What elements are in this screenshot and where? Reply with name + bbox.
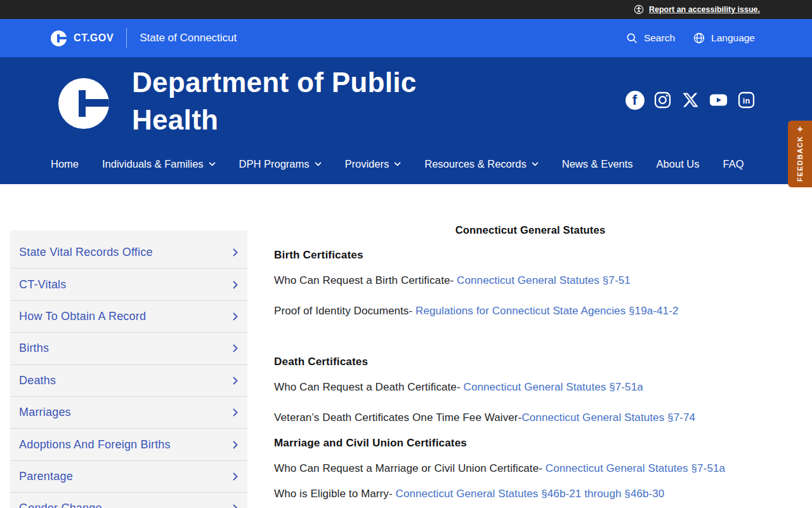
chevron-right-icon [233, 504, 238, 508]
row-text: Proof of Identity Documents- [274, 305, 416, 317]
chevron-right-icon [233, 248, 238, 257]
ct-logo-icon [51, 30, 67, 46]
feedback-label: FEEDBACK [796, 136, 804, 182]
facebook-icon[interactable]: f [625, 90, 645, 110]
globe-icon [693, 32, 705, 44]
site-name: State of Connecticut [140, 32, 237, 44]
nav-item-individuals-families[interactable]: Individuals & Families [102, 158, 216, 170]
social-icons: f in [625, 90, 756, 110]
section-heading-death-certificates: Death Certificates [274, 354, 787, 370]
sidebar-item-state-vital-records-office[interactable]: State Vital Records Office [10, 237, 247, 269]
statute-link[interactable]: Regulations for Connecticut State Agenci… [416, 305, 678, 317]
linkedin-icon[interactable]: in [737, 90, 756, 110]
dph-logo-icon [58, 78, 109, 129]
statute-row: Who is Eligible to Marry- Connecticut Ge… [274, 486, 787, 502]
statute-link[interactable]: Connecticut General Statutes §7-74 [521, 411, 695, 424]
nav-item-news-events[interactable]: News & Events [562, 158, 633, 170]
sidebar-item-births[interactable]: Births [10, 333, 247, 364]
accessibility-icon [634, 4, 644, 15]
row-text: Who is Eligible to Marry- [274, 488, 396, 500]
ctgov-logo[interactable]: CT.GOV [51, 30, 114, 46]
row-text: Who Can Request a Birth Certificate- [274, 274, 457, 286]
agency-hero: Department of Public Health f [0, 57, 812, 184]
sidebar-menu: State Vital Records Office CT-Vitals How… [10, 231, 247, 508]
x-twitter-icon[interactable] [681, 90, 700, 110]
nav-item-resources-records[interactable]: Resources & Records [424, 158, 538, 170]
search-button[interactable]: Search [625, 32, 675, 44]
statute-row: Proof of Identity Documents- Regulations… [274, 304, 787, 319]
search-icon [625, 32, 638, 44]
utility-bar: Report an accessibility issue. [0, 0, 812, 19]
plus-icon: + [795, 126, 806, 132]
chevron-right-icon [233, 441, 238, 449]
youtube-icon[interactable] [709, 90, 728, 110]
chevron-down-icon [209, 162, 216, 166]
search-label: Search [644, 32, 675, 44]
chevron-right-icon [233, 344, 238, 352]
main-content: Connecticut General Statutes Birth Certi… [274, 222, 787, 502]
statute-link[interactable]: Connecticut General Statutes §7-51 [457, 274, 631, 286]
sidebar-item-adoptions-and-foreign-births[interactable]: Adoptions And Foreign Births [10, 429, 247, 460]
statute-link[interactable]: Connecticut General Statutes §46b-21 thr… [396, 488, 665, 500]
accessibility-link-group[interactable]: Report an accessibility issue. [634, 4, 760, 15]
chevron-down-icon [532, 162, 539, 166]
chevron-down-icon [315, 162, 322, 166]
statute-row: Who Can Request a Birth Certificate- Con… [274, 273, 787, 288]
section-heading-birth-certificates: Birth Certificates [274, 248, 787, 263]
sidebar-item-marriages[interactable]: Marriages [10, 397, 247, 429]
chevron-right-icon [233, 281, 238, 289]
page-title: Connecticut General Statutes [274, 222, 787, 237]
statute-row: Who Can Request a Death Certificate- Con… [274, 380, 787, 395]
sidebar-item-parentage[interactable]: Parentage [10, 461, 247, 493]
header-tools: Search Language [625, 32, 755, 44]
statute-row: Veteran’s Death Certificates One Time Fe… [274, 410, 787, 425]
ctgov-logo-text: CT.GOV [74, 32, 114, 44]
feedback-tab[interactable]: FEEDBACK + [788, 121, 812, 187]
row-text: Veteran’s Death Certificates One Time Fe… [274, 411, 521, 424]
nav-item-dph-programs[interactable]: DPH Programs [239, 158, 322, 170]
language-label: Language [711, 32, 755, 44]
site-header: CT.GOV State of Connecticut Search Langu… [0, 19, 812, 57]
nav-item-about-us[interactable]: About Us [657, 158, 700, 170]
main-nav: Home Individuals & Families DPH Programs… [51, 147, 743, 181]
row-text: Who Can Request a Marriage or Civil Unio… [274, 462, 546, 474]
statute-link[interactable]: Connecticut General Statutes §7-51a [546, 462, 725, 474]
section-heading-marriage-civil-union: Marriage and Civil Union Certificates [274, 436, 787, 451]
svg-text:in: in [743, 97, 750, 105]
nav-item-faq[interactable]: FAQ [723, 158, 743, 170]
chevron-right-icon [233, 377, 238, 385]
agency-title: Department of Public Health [132, 64, 500, 138]
language-button[interactable]: Language [693, 32, 755, 44]
sidebar-item-gender-change[interactable]: Gender Change [10, 493, 247, 508]
header-divider [126, 28, 127, 48]
chevron-down-icon [394, 162, 401, 166]
chevron-right-icon [233, 408, 238, 417]
accessibility-link[interactable]: Report an accessibility issue. [649, 5, 760, 14]
sidebar-item-deaths[interactable]: Deaths [10, 365, 247, 397]
nav-item-providers[interactable]: Providers [345, 158, 402, 170]
chevron-right-icon [233, 472, 238, 481]
sidebar-item-ct-vitals[interactable]: CT-Vitals [10, 269, 247, 300]
chevron-right-icon [233, 312, 238, 321]
statute-row: Who Can Request a Marriage or Civil Unio… [274, 461, 787, 476]
nav-item-home[interactable]: Home [51, 158, 79, 170]
row-text: Who Can Request a Death Certificate- [274, 381, 464, 393]
statute-link[interactable]: Connecticut General Statutes §7-51a [464, 381, 643, 393]
sidebar-item-how-to-obtain-a-record[interactable]: How To Obtain A Record [10, 301, 247, 333]
instagram-icon[interactable] [653, 90, 672, 110]
